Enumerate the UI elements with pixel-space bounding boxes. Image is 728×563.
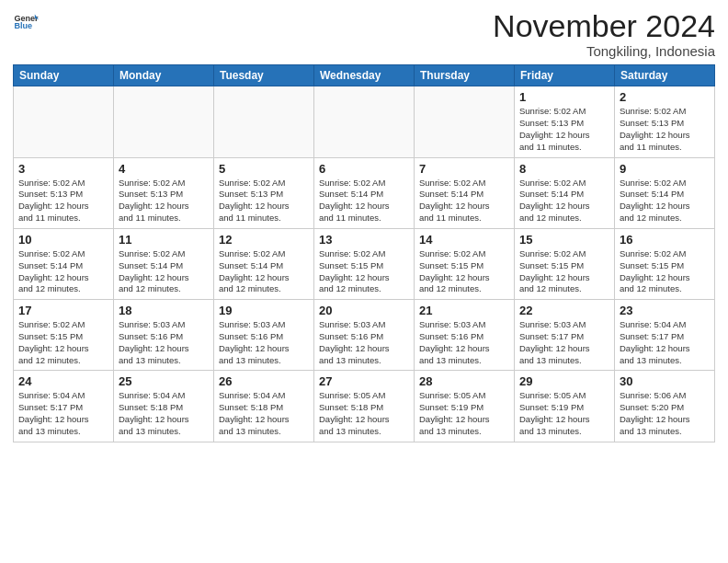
day-cell: 14Sunrise: 5:02 AMSunset: 5:15 PMDayligh…: [415, 228, 515, 299]
day-info: Sunrise: 5:02 AMSunset: 5:15 PMDaylight:…: [419, 248, 509, 295]
day-number: 22: [519, 304, 609, 317]
day-cell: 29Sunrise: 5:05 AMSunset: 5:19 PMDayligh…: [515, 371, 615, 442]
header-sunday: Sunday: [14, 65, 114, 86]
day-cell: 18Sunrise: 5:03 AMSunset: 5:16 PMDayligh…: [114, 300, 214, 371]
day-number: 28: [419, 374, 509, 388]
day-cell: 6Sunrise: 5:02 AMSunset: 5:14 PMDaylight…: [314, 157, 415, 228]
day-number: 27: [319, 374, 409, 388]
day-cell: 16Sunrise: 5:02 AMSunset: 5:15 PMDayligh…: [615, 228, 715, 299]
day-info: Sunrise: 5:02 AMSunset: 5:13 PMDaylight:…: [119, 178, 209, 224]
day-cell: [114, 86, 214, 157]
day-info: Sunrise: 5:02 AMSunset: 5:14 PMDaylight:…: [620, 178, 710, 224]
day-info: Sunrise: 5:02 AMSunset: 5:15 PMDaylight:…: [519, 248, 609, 295]
day-info: Sunrise: 5:05 AMSunset: 5:19 PMDaylight:…: [519, 390, 609, 437]
day-cell: 24Sunrise: 5:04 AMSunset: 5:17 PMDayligh…: [14, 371, 114, 442]
day-info: Sunrise: 5:05 AMSunset: 5:18 PMDaylight:…: [319, 390, 409, 437]
day-cell: 30Sunrise: 5:06 AMSunset: 5:20 PMDayligh…: [615, 371, 715, 442]
day-cell: 23Sunrise: 5:04 AMSunset: 5:17 PMDayligh…: [615, 300, 715, 371]
day-info: Sunrise: 5:03 AMSunset: 5:16 PMDaylight:…: [419, 319, 509, 366]
day-info: Sunrise: 5:02 AMSunset: 5:13 PMDaylight:…: [519, 106, 609, 153]
day-number: 9: [620, 162, 710, 176]
day-number: 15: [519, 233, 609, 247]
day-cell: 20Sunrise: 5:03 AMSunset: 5:16 PMDayligh…: [314, 300, 415, 371]
day-cell: 22Sunrise: 5:03 AMSunset: 5:17 PMDayligh…: [515, 300, 615, 371]
day-cell: [415, 86, 515, 157]
day-cell: 26Sunrise: 5:04 AMSunset: 5:18 PMDayligh…: [214, 371, 314, 442]
day-cell: [314, 86, 415, 157]
header-wednesday: Wednesday: [314, 65, 415, 86]
page: General Blue November 2024 Tongkiling, I…: [0, 0, 728, 563]
day-cell: [214, 86, 314, 157]
day-number: 30: [620, 374, 710, 388]
day-number: 18: [119, 304, 209, 317]
day-cell: 12Sunrise: 5:02 AMSunset: 5:14 PMDayligh…: [214, 228, 314, 299]
day-cell: 9Sunrise: 5:02 AMSunset: 5:14 PMDaylight…: [615, 157, 715, 228]
day-number: 2: [620, 90, 710, 104]
day-info: Sunrise: 5:02 AMSunset: 5:15 PMDaylight:…: [18, 319, 108, 366]
day-cell: 13Sunrise: 5:02 AMSunset: 5:15 PMDayligh…: [314, 228, 415, 299]
day-info: Sunrise: 5:02 AMSunset: 5:14 PMDaylight:…: [119, 248, 209, 295]
day-cell: 2Sunrise: 5:02 AMSunset: 5:13 PMDaylight…: [615, 86, 715, 157]
day-number: 16: [620, 233, 710, 247]
day-number: 11: [119, 233, 209, 247]
week-row-0: 1Sunrise: 5:02 AMSunset: 5:13 PMDaylight…: [14, 86, 715, 157]
location: Tongkiling, Indonesia: [493, 43, 715, 59]
day-number: 7: [419, 162, 509, 176]
day-number: 14: [419, 233, 509, 247]
header-tuesday: Tuesday: [214, 65, 314, 86]
day-info: Sunrise: 5:02 AMSunset: 5:15 PMDaylight:…: [620, 248, 710, 295]
day-number: 20: [319, 304, 409, 317]
day-info: Sunrise: 5:04 AMSunset: 5:18 PMDaylight:…: [119, 390, 209, 437]
day-info: Sunrise: 5:02 AMSunset: 5:14 PMDaylight:…: [319, 178, 409, 224]
day-cell: 17Sunrise: 5:02 AMSunset: 5:15 PMDayligh…: [14, 300, 114, 371]
day-info: Sunrise: 5:03 AMSunset: 5:16 PMDaylight:…: [219, 319, 309, 366]
week-row-1: 3Sunrise: 5:02 AMSunset: 5:13 PMDaylight…: [14, 157, 715, 228]
day-number: 23: [620, 304, 710, 317]
header: General Blue November 2024 Tongkiling, I…: [13, 9, 715, 59]
day-cell: 21Sunrise: 5:03 AMSunset: 5:16 PMDayligh…: [415, 300, 515, 371]
day-number: 21: [419, 304, 509, 317]
month-title: November 2024: [493, 9, 715, 43]
day-info: Sunrise: 5:02 AMSunset: 5:13 PMDaylight:…: [620, 106, 710, 153]
day-info: Sunrise: 5:02 AMSunset: 5:14 PMDaylight:…: [219, 248, 309, 295]
day-number: 12: [219, 233, 309, 247]
day-cell: 8Sunrise: 5:02 AMSunset: 5:14 PMDaylight…: [515, 157, 615, 228]
day-number: 6: [319, 162, 409, 176]
svg-text:Blue: Blue: [14, 21, 32, 30]
day-cell: 27Sunrise: 5:05 AMSunset: 5:18 PMDayligh…: [314, 371, 415, 442]
day-number: 29: [519, 374, 609, 388]
day-number: 13: [319, 233, 409, 247]
header-thursday: Thursday: [415, 65, 515, 86]
day-number: 1: [519, 90, 609, 104]
day-info: Sunrise: 5:05 AMSunset: 5:19 PMDaylight:…: [419, 390, 509, 437]
weekday-header-row: Sunday Monday Tuesday Wednesday Thursday…: [14, 65, 715, 86]
day-info: Sunrise: 5:03 AMSunset: 5:16 PMDaylight:…: [319, 319, 409, 366]
day-info: Sunrise: 5:06 AMSunset: 5:20 PMDaylight:…: [620, 390, 710, 437]
title-area: November 2024 Tongkiling, Indonesia: [493, 9, 715, 59]
day-number: 8: [519, 162, 609, 176]
day-info: Sunrise: 5:04 AMSunset: 5:18 PMDaylight:…: [219, 390, 309, 437]
week-row-4: 24Sunrise: 5:04 AMSunset: 5:17 PMDayligh…: [14, 371, 715, 442]
header-friday: Friday: [515, 65, 615, 86]
logo-icon: General Blue: [13, 9, 39, 35]
day-info: Sunrise: 5:02 AMSunset: 5:14 PMDaylight:…: [419, 178, 509, 224]
day-number: 4: [119, 162, 209, 176]
day-info: Sunrise: 5:04 AMSunset: 5:17 PMDaylight:…: [18, 390, 108, 437]
day-number: 26: [219, 374, 309, 388]
day-cell: 5Sunrise: 5:02 AMSunset: 5:13 PMDaylight…: [214, 157, 314, 228]
day-cell: [14, 86, 114, 157]
day-info: Sunrise: 5:03 AMSunset: 5:16 PMDaylight:…: [119, 319, 209, 366]
header-monday: Monday: [114, 65, 214, 86]
day-cell: 1Sunrise: 5:02 AMSunset: 5:13 PMDaylight…: [515, 86, 615, 157]
day-number: 19: [219, 304, 309, 317]
logo: General Blue: [13, 9, 40, 35]
day-cell: 15Sunrise: 5:02 AMSunset: 5:15 PMDayligh…: [515, 228, 615, 299]
day-number: 5: [219, 162, 309, 176]
week-row-2: 10Sunrise: 5:02 AMSunset: 5:14 PMDayligh…: [14, 228, 715, 299]
day-cell: 19Sunrise: 5:03 AMSunset: 5:16 PMDayligh…: [214, 300, 314, 371]
day-cell: 3Sunrise: 5:02 AMSunset: 5:13 PMDaylight…: [14, 157, 114, 228]
calendar: Sunday Monday Tuesday Wednesday Thursday…: [13, 64, 715, 442]
day-info: Sunrise: 5:04 AMSunset: 5:17 PMDaylight:…: [620, 319, 710, 366]
day-info: Sunrise: 5:02 AMSunset: 5:13 PMDaylight:…: [18, 178, 108, 224]
day-info: Sunrise: 5:02 AMSunset: 5:13 PMDaylight:…: [219, 178, 309, 224]
